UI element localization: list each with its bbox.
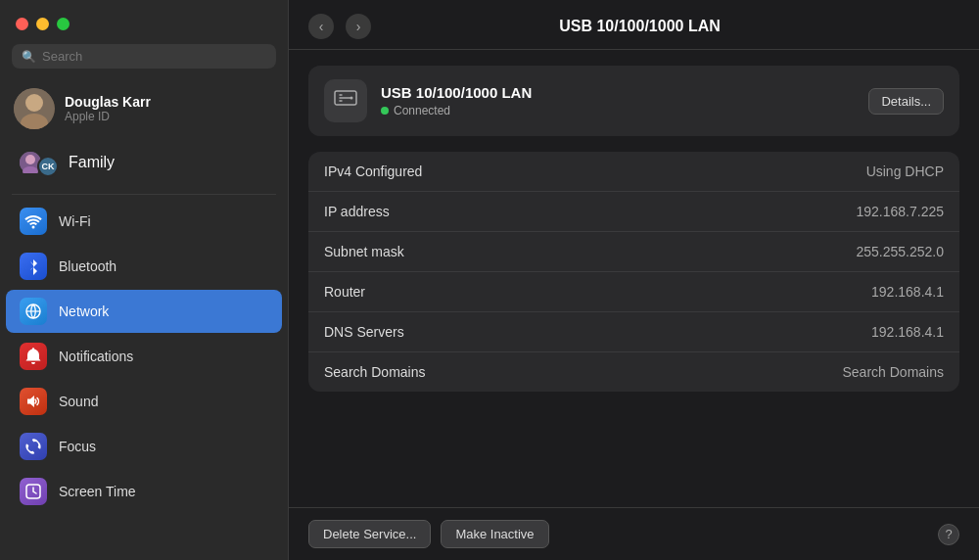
avatar <box>14 88 55 129</box>
search-bar[interactable]: 🔍 <box>12 44 276 69</box>
network-label: Network <box>59 303 109 319</box>
avatar-image <box>14 88 55 129</box>
row-label-ip: IP address <box>324 204 390 219</box>
traffic-lights <box>0 12 288 44</box>
user-profile[interactable]: Douglas Karr Apple ID <box>0 80 288 137</box>
device-icon <box>333 85 358 117</box>
delete-service-button[interactable]: Delete Service... <box>308 520 431 548</box>
back-button[interactable]: ‹ <box>308 14 334 39</box>
sound-icon <box>20 388 47 415</box>
device-info: USB 10/100/1000 LAN Connected <box>381 84 855 117</box>
row-value-ip: 192.168.7.225 <box>856 204 944 219</box>
notifications-label: Notifications <box>59 349 133 364</box>
bluetooth-label: Bluetooth <box>59 258 117 274</box>
content-area: USB 10/100/1000 LAN Connected Details...… <box>289 50 979 507</box>
main-content: ‹ › USB 10/100/1000 LAN USB 10/100/1000 … <box>289 0 979 560</box>
help-button[interactable]: ? <box>938 524 959 545</box>
sidebar-divider <box>12 194 276 195</box>
forward-button[interactable]: › <box>346 14 371 39</box>
sidebar-item-wifi[interactable]: Wi-Fi <box>6 200 282 243</box>
minimize-button[interactable] <box>36 18 49 30</box>
make-inactive-button[interactable]: Make Inactive <box>441 520 548 548</box>
table-row: Search Domains Search Domains <box>308 352 959 392</box>
sound-label: Sound <box>59 394 98 409</box>
focus-label: Focus <box>59 439 96 454</box>
sidebar-item-family[interactable]: CK Family <box>4 141 284 184</box>
sidebar-item-network[interactable]: Network <box>6 290 282 333</box>
user-name: Douglas Karr <box>65 94 151 110</box>
page-title: USB 10/100/1000 LAN <box>383 18 897 35</box>
table-row: Router 192.168.4.1 <box>308 272 959 312</box>
sidebar-item-bluetooth[interactable]: Bluetooth <box>6 245 282 288</box>
wifi-label: Wi-Fi <box>59 213 91 229</box>
table-row: Subnet mask 255.255.252.0 <box>308 232 959 272</box>
notifications-icon <box>20 343 47 370</box>
row-value-dns: 192.168.4.1 <box>871 324 944 340</box>
info-table: IPv4 Configured Using DHCP IP address 19… <box>308 152 959 392</box>
svg-point-11 <box>350 97 353 100</box>
status-dot <box>381 107 389 115</box>
sidebar-item-sound[interactable]: Sound <box>6 380 282 423</box>
sidebar-item-screentime[interactable]: Screen Time <box>6 470 282 513</box>
user-info: Douglas Karr Apple ID <box>65 94 151 123</box>
details-button[interactable]: Details... <box>868 88 944 115</box>
device-status: Connected <box>381 104 855 117</box>
user-subtitle: Apple ID <box>65 110 151 123</box>
row-value-router: 192.168.4.1 <box>871 284 944 300</box>
device-name: USB 10/100/1000 LAN <box>381 84 855 101</box>
sidebar-item-notifications[interactable]: Notifications <box>6 335 282 378</box>
row-label-subnet: Subnet mask <box>324 244 404 259</box>
family-label: Family <box>69 154 115 171</box>
close-button[interactable] <box>16 18 28 30</box>
row-label-dns: DNS Servers <box>324 324 404 340</box>
svg-point-4 <box>25 155 35 164</box>
row-value-ipv4: Using DHCP <box>866 163 944 179</box>
search-input[interactable] <box>42 49 266 64</box>
maximize-button[interactable] <box>57 18 70 30</box>
table-row: DNS Servers 192.168.4.1 <box>308 312 959 352</box>
svg-point-1 <box>25 94 43 112</box>
footer: Delete Service... Make Inactive ? <box>289 507 979 560</box>
sidebar: 🔍 Douglas Karr Apple ID <box>0 0 289 560</box>
family-avatars: CK <box>18 148 59 177</box>
svg-point-8 <box>32 348 34 350</box>
wifi-icon <box>20 208 47 235</box>
search-icon: 🔍 <box>22 50 36 64</box>
table-row: IPv4 Configured Using DHCP <box>308 152 959 192</box>
titlebar: ‹ › USB 10/100/1000 LAN <box>289 0 979 50</box>
bluetooth-icon <box>20 253 47 280</box>
device-icon-box <box>324 79 367 122</box>
focus-icon <box>20 433 47 460</box>
table-row: IP address 192.168.7.225 <box>308 192 959 232</box>
network-icon <box>20 298 47 325</box>
row-label-router: Router <box>324 284 365 300</box>
row-value-subnet: 255.255.252.0 <box>856 244 944 259</box>
screentime-icon <box>20 478 47 505</box>
status-text: Connected <box>394 104 450 117</box>
family-avatar-2: CK <box>37 156 59 177</box>
device-card: USB 10/100/1000 LAN Connected Details... <box>308 66 959 136</box>
row-label-ipv4: IPv4 Configured <box>324 163 422 179</box>
sidebar-item-focus[interactable]: Focus <box>6 425 282 468</box>
row-value-search: Search Domains <box>843 364 945 380</box>
screentime-label: Screen Time <box>59 484 136 499</box>
row-label-search: Search Domains <box>324 364 426 380</box>
